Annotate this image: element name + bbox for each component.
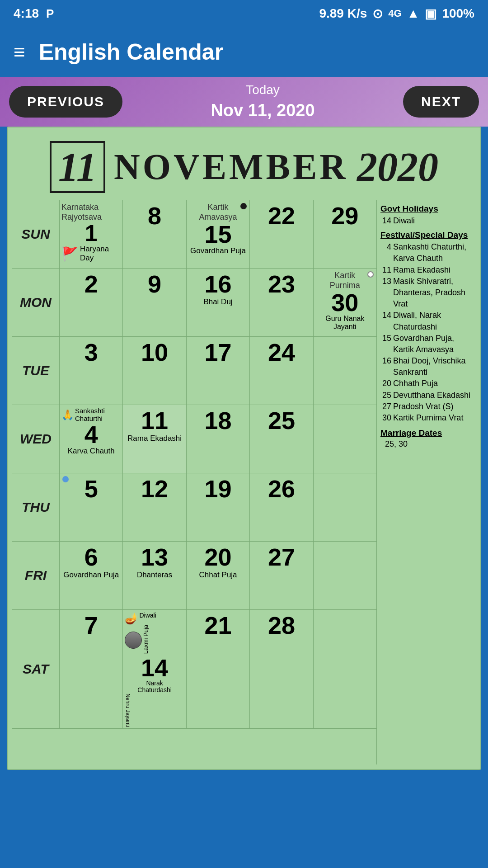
cal-cell-nov23[interactable]: 23 — [250, 269, 313, 336]
cal-cell-nov10[interactable]: 10 — [123, 337, 186, 405]
calendar-main: SUN KarnatakaRajyotsava 1 🚩 Haryana Day — [12, 200, 376, 764]
week-row-mon: MON 2 9 16 Bhai Duj 23 — [12, 268, 376, 336]
festival-days-title: Festival/Special Days — [380, 230, 472, 240]
cal-cell-nov28[interactable]: 28 — [250, 610, 313, 728]
day-label-sat: SAT — [12, 610, 60, 728]
cal-cell-nov13[interactable]: 13 Dhanteras — [123, 542, 186, 609]
diwali-lamp-icon: 🪔 — [125, 612, 138, 625]
calendar-day-number: 11 — [50, 141, 105, 193]
festival-item-15: 15 Govardhan Puja, Kartik Amavasya — [380, 333, 472, 355]
date-22: 22 — [252, 203, 311, 229]
cal-cell-nov12[interactable]: 12 — [123, 473, 186, 541]
cal-cell-nov2[interactable]: 2 — [60, 269, 123, 336]
week-row-sun: SUN KarnatakaRajyotsava 1 🚩 Haryana Day — [12, 200, 376, 268]
network-icon: 4G — [388, 8, 401, 19]
cal-cell-nov8[interactable]: 8 — [123, 200, 186, 268]
date-1: 1 — [61, 222, 121, 245]
cal-cell-nov21[interactable]: 21 — [187, 610, 250, 728]
cal-cell-sat-empty — [314, 610, 376, 728]
cal-cell-nov14[interactable]: 🪔 Diwali Laxmi Puja 14 — [123, 610, 186, 728]
day-label-mon: MON — [12, 269, 60, 336]
day-label-thu: THU — [12, 473, 60, 541]
cal-cell-wed-empty — [314, 405, 376, 473]
calendar-month: NOVEMBER — [114, 146, 348, 188]
today-info: Today Nov 11, 2020 — [211, 81, 314, 123]
speed-display: 9.89 K/s — [319, 6, 367, 21]
cal-cell-nov25[interactable]: 25 — [250, 405, 313, 473]
cal-cell-nov17[interactable]: 17 — [187, 337, 250, 405]
menu-button[interactable]: ≡ — [14, 42, 25, 62]
calendar-bottom-spacer — [12, 728, 376, 764]
cal-cell-nov6[interactable]: 6 Govardhan Puja — [60, 542, 123, 609]
festival-item-30: 30 Kartik Purnima Vrat — [380, 412, 472, 424]
festival-item-4: 4 Sankashti Chaturthi, Karva Chauth — [380, 241, 472, 264]
time-display: 4:18 — [14, 6, 39, 21]
day-label-sun: SUN — [12, 200, 60, 268]
sim-icon: ▣ — [425, 6, 436, 21]
week-row-thu: THU 5 12 19 26 — [12, 473, 376, 541]
cal-cell-nov7[interactable]: 7 — [60, 610, 123, 728]
cal-cell-nov24[interactable]: 24 — [250, 337, 313, 405]
dot-nov5-blue — [62, 476, 69, 482]
ganesh-icon: 🙏 — [61, 409, 74, 421]
cal-cell-nov30[interactable]: KartikPurnima 30 Guru NanakJayanti — [314, 269, 376, 336]
festival-item-20: 20 Chhath Puja — [380, 378, 472, 389]
week-row-tue: TUE 3 10 17 24 — [12, 336, 376, 405]
cal-cell-nov11[interactable]: 11 Rama Ekadashi — [123, 405, 186, 473]
cal-cell-nov26[interactable]: 26 — [250, 473, 313, 541]
wifi-icon: ⊙ — [372, 6, 383, 21]
cal-cell-nov9[interactable]: 9 — [123, 269, 186, 336]
govt-holiday-diwali: 14 Diwali — [380, 215, 472, 226]
app-title: English Calendar — [39, 39, 223, 65]
battery-display: 100% — [442, 6, 474, 21]
cal-cell-nov4[interactable]: 🙏 SankashtiChaturthi 4 Karva Chauth — [60, 405, 123, 473]
dot-nov30 — [367, 271, 374, 278]
festival-item-25: 25 Devutthana Ekadashi — [380, 390, 472, 401]
cal-cell-nov27[interactable]: 27 — [250, 542, 313, 609]
marriage-dates-section: Marriage Dates 25, 30 — [380, 428, 472, 449]
app-header: ≡ English Calendar — [0, 27, 488, 77]
cal-cell-nov5[interactable]: 5 — [60, 473, 123, 541]
signal-icon: ▲ — [407, 6, 420, 21]
today-label: Today — [211, 81, 314, 99]
date-8: 8 — [125, 203, 184, 229]
cal-cell-nov15[interactable]: KartikAmavasya 15 Govardhan Puja — [187, 200, 250, 268]
nav-bar: PREVIOUS Today Nov 11, 2020 NEXT — [0, 77, 488, 127]
date-29: 29 — [315, 203, 375, 229]
cal-cell-nov20[interactable]: 20 Chhat Puja — [187, 542, 250, 609]
next-button[interactable]: NEXT — [403, 86, 479, 118]
calendar-header: 11 NOVEMBER 2020 — [12, 132, 476, 200]
bottom-area — [0, 777, 488, 868]
day-label-wed: WED — [12, 405, 60, 473]
cal-cell-fri-empty — [314, 542, 376, 609]
govt-holidays-title: Govt Holidays — [380, 204, 472, 214]
week-row-wed: WED 🙏 SankashtiChaturthi 4 Karva Chauth … — [12, 405, 376, 473]
cal-cell-nov16[interactable]: 16 Bhai Duj — [187, 269, 250, 336]
festival-item-11: 11 Rama Ekadashi — [380, 264, 472, 276]
prev-button[interactable]: PREVIOUS — [9, 86, 122, 118]
calendar-container: 11 NOVEMBER 2020 SUN KarnatakaRajyotsava… — [7, 127, 481, 770]
cal-cell-nov22[interactable]: 22 — [250, 200, 313, 268]
marriage-dates-values: 25, 30 — [380, 439, 472, 449]
flag-icon: 🚩 — [61, 246, 78, 262]
day-label-tue: TUE — [12, 337, 60, 405]
status-bar: 4:18 P 9.89 K/s ⊙ 4G ▲ ▣ 100% — [0, 0, 488, 27]
festival-item-13: 13 Masik Shivaratri, Dhanteras, Pradosh … — [380, 276, 472, 310]
parking-icon: P — [46, 7, 54, 21]
cal-cell-nov3[interactable]: 3 — [60, 337, 123, 405]
cal-cell-thu-empty — [314, 473, 376, 541]
cal-cell-nov18[interactable]: 18 — [187, 405, 250, 473]
day-label-fri: FRI — [12, 542, 60, 609]
calendar-grid: SUN KarnatakaRajyotsava 1 🚩 Haryana Day — [12, 200, 476, 764]
nehru-portrait — [125, 632, 142, 649]
cal-cell-nov29[interactable]: 29 — [314, 200, 376, 268]
week-row-sat: SAT 7 🪔 Diwali — [12, 609, 376, 728]
marriage-dates-title: Marriage Dates — [380, 428, 472, 438]
govt-holidays-section: Govt Holidays 14 Diwali — [380, 204, 472, 226]
cal-cell-nov19[interactable]: 19 — [187, 473, 250, 541]
today-date: Nov 11, 2020 — [211, 99, 314, 123]
festival-item-27: 27 Pradosh Vrat (S) — [380, 401, 472, 412]
date-15: 15 — [188, 222, 248, 246]
calendar-year: 2020 — [357, 144, 438, 190]
cal-cell-nov1[interactable]: KarnatakaRajyotsava 1 🚩 Haryana Day — [60, 200, 123, 268]
